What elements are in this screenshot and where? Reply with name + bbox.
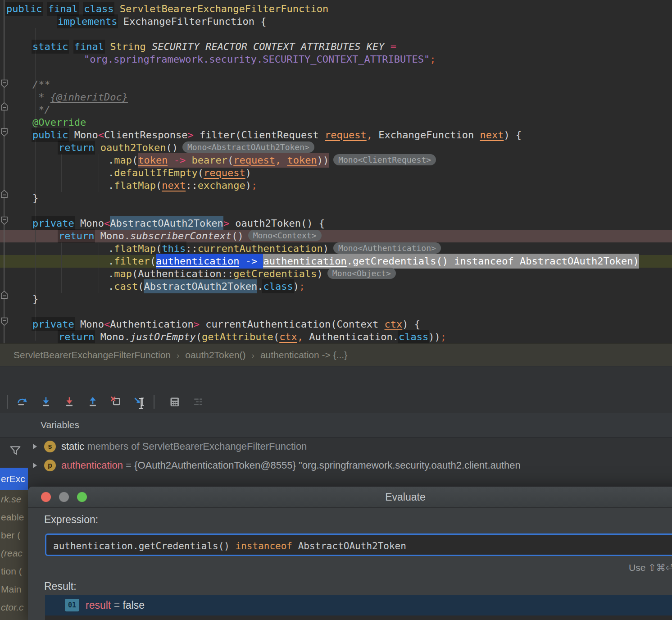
code-line[interactable]: "org.springframework.security.SECURITY_C… [84,53,436,66]
inline-type-hint: Mono<Object> [327,268,396,279]
frame-row-partial[interactable]: tion ( [0,562,28,580]
frame-row-partial[interactable]: ber ( [0,526,28,544]
indent-guide [61,154,62,192]
breadcrumb-separator: › [177,351,179,360]
inline-type-hint: Mono<ClientRequest> [333,154,436,165]
step-over-icon[interactable] [17,396,28,408]
step-out-icon[interactable] [87,396,99,408]
breadcrumb-item[interactable]: ServletBearerExchangeFilterFunction [14,350,171,360]
fold-marker-icon[interactable] [0,102,8,113]
close-button[interactable] [41,492,51,502]
breadcrumb: ServletBearerExchangeFilterFunction›oaut… [0,343,672,366]
code-line[interactable]: private Mono<AbstractOAuth2Token> oauth2… [32,217,325,230]
code-line[interactable]: .map(token -> bearer(request, token))Mon… [108,154,436,167]
frame-row-partial[interactable]: ctor.c [0,598,28,616]
code-line[interactable]: } [32,293,38,305]
expand-triangle-icon[interactable] [32,462,38,469]
inline-type-hint: Mono<Context> [248,230,322,241]
code-line[interactable]: */ [32,104,50,116]
code-line[interactable]: } [32,192,38,205]
inline-type-hint: Mono<Authentication> [333,242,441,254]
indent-guide [61,242,62,293]
indent-guide [99,154,99,192]
inline-type-hint: Mono<AbstractOAuth2Token> [182,141,314,153]
code-line[interactable]: static final String SECURITY_REACTOR_CON… [32,41,396,53]
expression-label: Expression: [44,514,98,526]
breadcrumb-separator: › [252,351,254,360]
code-line[interactable]: public Mono<ClientResponse> filter(Clien… [32,129,522,141]
expand-triangle-icon[interactable] [32,443,38,450]
drop-frame-icon[interactable] [110,396,122,408]
frame-row-partial[interactable]: rk.se [0,490,28,508]
code-line[interactable]: return Mono.subscriberContext()Mono<Cont… [59,230,322,242]
code-line[interactable]: .flatMap(this::currentAuthentication)Mon… [108,242,441,255]
step-into-icon[interactable] [40,396,52,408]
dialog-title: Evaluate [385,487,426,507]
code-line[interactable]: return oauth2Token()Mono<AbstractOAuth2T… [59,141,314,154]
evaluate-expression-icon[interactable] [169,396,181,408]
result-list: 01 result = false [45,595,672,620]
code-line[interactable]: .map(Authentication::getCredentials)Mono… [108,268,396,280]
compare-disabled-icon [192,396,204,408]
toolbar-separator [154,395,154,409]
code-line[interactable]: implements ExchangeFilterFunction { [58,15,267,28]
indent-guide [99,243,99,293]
fold-marker-icon[interactable] [0,317,8,328]
evaluate-dialog: Evaluate Expression: authentication.getC… [28,487,672,620]
frame-row-partial[interactable]: erExc [0,468,28,490]
breadcrumb-item[interactable]: oauth2Token() [185,350,245,360]
code-line[interactable]: /** [32,78,50,91]
primitive-value-icon: 01 [65,599,79,611]
expression-input[interactable]: authentication.getCredentials() instance… [45,533,672,556]
code-line[interactable]: .filter(authentication -> authentication… [108,255,639,268]
frames-list-partial[interactable]: erExcrk.seeableber ((reaction (Mainctor.… [0,468,28,620]
ide-debugger-window: public final class ServletBearerExchange… [0,0,672,620]
code-editor[interactable]: public final class ServletBearerExchange… [0,0,672,343]
frame-row-partial[interactable]: Main [0,580,28,598]
variables-title: Variables [41,413,79,437]
fold-marker-icon[interactable] [0,216,8,227]
variable-kind-icon: p [44,460,56,471]
code-line[interactable]: .flatMap(next::exchange); [108,179,257,192]
result-name: result [86,599,111,611]
fold-marker-icon[interactable] [0,79,8,90]
fold-marker-icon[interactable] [0,128,8,139]
variables-header: Variables [0,413,672,438]
dialog-titlebar[interactable]: Evaluate [28,487,672,508]
variable-kind-icon: s [44,441,56,452]
code-line[interactable]: public final class ServletBearerExchange… [6,3,328,15]
code-line[interactable]: return Mono.justOrEmpty(getAttribute(ctx… [59,331,446,343]
mouse-text-cursor [138,398,145,411]
code-line[interactable]: private Mono<Authentication> currentAuth… [32,318,420,331]
zoom-button[interactable] [77,492,87,502]
result-label: Result: [44,580,77,593]
variable-row[interactable]: pauthentication = {OAuth2AuthenticationT… [0,456,672,475]
result-value: false [123,599,145,611]
code-line[interactable]: .cast(AbstractOAuth2Token.class); [108,280,305,293]
code-line[interactable]: @Override [32,116,86,129]
force-step-into-icon[interactable] [64,396,75,408]
frame-row-partial[interactable]: eable [0,508,28,526]
fold-marker-icon[interactable] [0,290,8,301]
minimize-button[interactable] [59,492,69,502]
frame-row-partial[interactable]: (reac [0,544,28,562]
code-line[interactable]: .defaultIfEmpty(request) [108,167,251,179]
debugger-panel-header [0,366,672,413]
result-row[interactable]: 01 result = false [45,595,672,615]
breadcrumb-item[interactable]: authentication -> {...} [260,350,347,360]
shortcut-hint: Use ⇧⌘⏎ [629,562,672,573]
result-equals: = [111,599,123,611]
debugger-step-toolbar [0,390,672,414]
code-line[interactable]: * {@inheritDoc} [32,91,128,104]
fold-marker-icon[interactable] [0,189,8,200]
toolbar-separator [7,395,8,409]
variable-row[interactable]: sstatic members of ServletBearerExchange… [0,437,672,456]
